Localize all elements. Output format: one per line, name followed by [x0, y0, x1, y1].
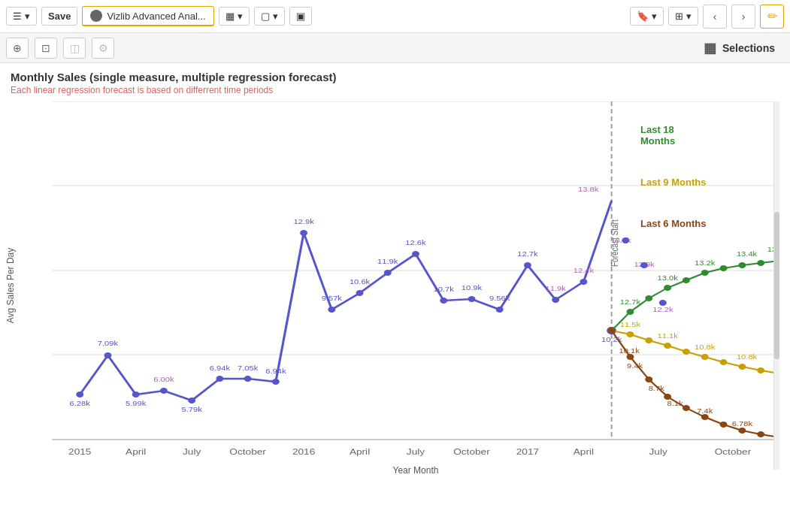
- svg-text:11.1k: 11.1k: [657, 332, 678, 340]
- right-scrollbar[interactable]: [773, 101, 779, 470]
- svg-text:13.4k: 13.4k: [737, 250, 758, 258]
- svg-point-42: [524, 262, 531, 268]
- svg-point-94: [701, 354, 709, 360]
- screen-chevron: ▾: [273, 11, 278, 22]
- scrollbar-thumb[interactable]: [774, 212, 779, 359]
- svg-text:10.8k: 10.8k: [695, 343, 716, 351]
- svg-point-38: [412, 251, 419, 257]
- svg-text:10.6k: 10.6k: [350, 278, 371, 286]
- svg-text:9.4k: 9.4k: [627, 362, 643, 370]
- svg-text:7.05k: 7.05k: [238, 364, 259, 372]
- bookmark-chevron: ▾: [652, 11, 657, 22]
- svg-text:5.79k: 5.79k: [182, 406, 203, 413]
- bookmark-button[interactable]: 🔖 ▾: [630, 7, 664, 26]
- monitor-button[interactable]: ▣: [289, 7, 312, 26]
- svg-point-80: [720, 265, 728, 271]
- svg-text:12.9k: 12.9k: [293, 218, 314, 225]
- svg-text:10.9k: 10.9k: [462, 284, 483, 292]
- svg-point-44: [580, 279, 587, 285]
- grid-chevron: ▾: [686, 11, 692, 22]
- svg-text:9.56k: 9.56k: [489, 295, 510, 302]
- svg-text:10.8k: 10.8k: [737, 353, 758, 361]
- sub-toolbar: ⊕ ⊡ ◫ ⚙ ▦ Selections: [0, 33, 790, 63]
- svg-point-107: [683, 405, 690, 411]
- chart-subtitle: Each linear regression forecast is based…: [11, 85, 790, 95]
- svg-point-96: [738, 364, 746, 370]
- svg-text:10.7k: 10.7k: [434, 286, 455, 293]
- svg-point-26: [76, 391, 83, 397]
- svg-text:2017: 2017: [516, 447, 539, 456]
- svg-point-27: [104, 352, 111, 358]
- select-icon: ⊡: [41, 42, 50, 54]
- next-button[interactable]: ›: [731, 5, 755, 29]
- zoom-button[interactable]: ⊕: [6, 38, 29, 59]
- export-button[interactable]: ◫: [63, 38, 86, 59]
- chart-title: Monthly Sales (single measure, multiple …: [11, 71, 790, 83]
- layout-chevron: ▾: [238, 11, 243, 22]
- settings-button[interactable]: ⚙: [92, 38, 114, 59]
- svg-point-35: [328, 307, 335, 313]
- svg-text:July: July: [649, 447, 668, 456]
- svg-point-109: [720, 422, 728, 428]
- layout-button[interactable]: ▦ ▾: [219, 7, 250, 26]
- chart-container: Monthly Sales (single measure, multiple …: [0, 63, 790, 532]
- legend-last9: Last 9 Months: [640, 177, 779, 188]
- prev-button[interactable]: ‹: [703, 5, 727, 29]
- svg-point-79: [701, 270, 709, 276]
- save-button[interactable]: Save: [41, 7, 77, 26]
- svg-point-43: [552, 297, 559, 303]
- svg-point-29: [160, 388, 168, 394]
- svg-point-37: [384, 270, 392, 276]
- grid-button[interactable]: ⊞ ▾: [668, 7, 698, 26]
- svg-point-33: [272, 379, 280, 385]
- svg-text:13.0k: 13.0k: [657, 274, 678, 282]
- svg-point-82: [757, 260, 764, 266]
- svg-point-104: [626, 354, 634, 360]
- monitor-icon: ▣: [296, 11, 305, 22]
- zoom-icon: ⊕: [13, 42, 22, 54]
- export-icon: ◫: [70, 42, 80, 54]
- svg-point-72: [640, 262, 648, 268]
- svg-text:7.4k: 7.4k: [697, 407, 713, 415]
- brand-tab[interactable]: Vizlib Advanced Anal...: [82, 6, 213, 26]
- svg-point-103: [608, 328, 616, 334]
- brand-icon: [90, 10, 102, 22]
- svg-point-97: [757, 367, 764, 373]
- svg-point-32: [244, 376, 252, 382]
- svg-point-92: [664, 343, 671, 349]
- svg-text:6.78k: 6.78k: [732, 420, 753, 428]
- select-button[interactable]: ⊡: [35, 38, 57, 59]
- svg-text:12.4k: 12.4k: [574, 267, 595, 274]
- selections-label: Selections: [722, 42, 775, 54]
- menu-button[interactable]: ☰ ▾: [6, 7, 37, 26]
- svg-point-91: [645, 337, 652, 343]
- pencil-icon: ✏: [767, 9, 777, 23]
- next-icon: ›: [742, 11, 746, 23]
- svg-text:6.28k: 6.28k: [70, 400, 91, 407]
- svg-text:12.7k: 12.7k: [620, 298, 641, 306]
- svg-point-106: [664, 394, 671, 400]
- legend-last18-label: Last 18Months: [640, 124, 779, 147]
- save-label: Save: [48, 11, 71, 22]
- svg-point-95: [720, 359, 728, 365]
- svg-point-36: [356, 290, 364, 296]
- screen-button[interactable]: ▢ ▾: [254, 7, 285, 26]
- svg-text:12.7k: 12.7k: [517, 250, 538, 258]
- svg-point-93: [683, 349, 690, 355]
- legend-area: Last 18Months Last 9 Months Last 6 Month…: [640, 124, 779, 243]
- svg-point-39: [440, 298, 447, 304]
- svg-point-34: [300, 230, 307, 236]
- svg-point-31: [216, 376, 223, 382]
- svg-point-108: [701, 414, 709, 420]
- y-axis-label: Avg Sales Per Day: [5, 248, 16, 324]
- svg-text:October: October: [229, 447, 265, 456]
- svg-point-111: [757, 431, 764, 437]
- screen-icon: ▢: [261, 11, 270, 22]
- svg-point-90: [626, 331, 634, 337]
- selections-area[interactable]: ▦ Selections: [695, 40, 784, 56]
- edit-button[interactable]: ✏: [760, 5, 784, 29]
- svg-text:13.8k: 13.8k: [578, 186, 599, 193]
- svg-text:10.1k: 10.1k: [619, 347, 640, 355]
- svg-point-30: [188, 397, 195, 404]
- bookmark-icon: 🔖: [637, 11, 649, 22]
